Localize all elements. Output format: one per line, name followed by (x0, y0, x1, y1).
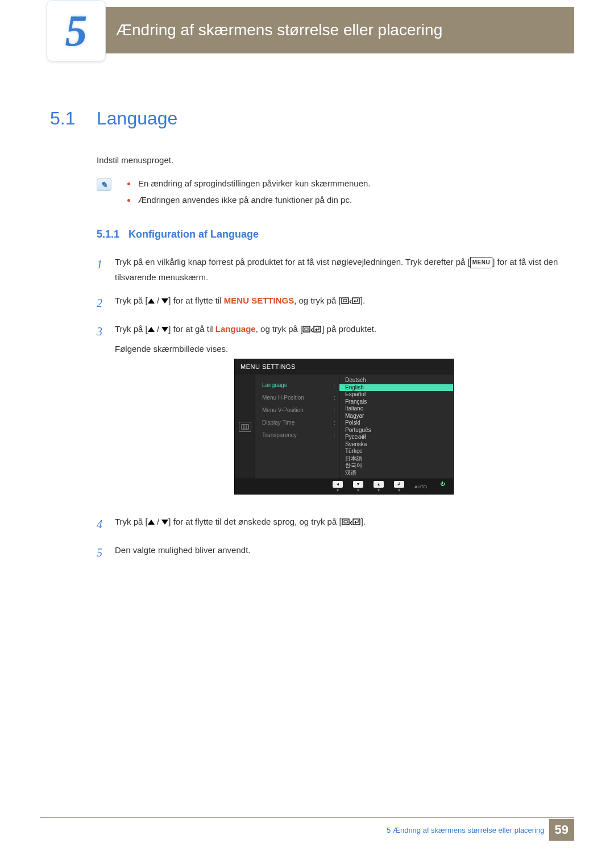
step-text: Følgende skærmbillede vises. (115, 341, 573, 356)
up-icon (148, 327, 155, 332)
step-text: ] på produktet. (322, 324, 376, 334)
footer-text: 5 Ændring af skærmens størrelse eller pl… (387, 826, 544, 834)
step-3: 3 Tryk på [ / ] for at gå til Language, … (97, 321, 573, 506)
footer-rule (40, 817, 574, 818)
osd-back-icon: ◂▾ (333, 481, 343, 493)
step-text: Tryk på en vilkårlig knap forrest på pro… (115, 257, 470, 267)
step-text: , og tryk på [ (294, 296, 341, 305)
note-item: Ændringen anvendes ikke på andre funktio… (127, 195, 573, 205)
enter-return-icon (342, 517, 361, 526)
menu-target: Language (215, 324, 256, 334)
osd-menu-item: Language: (262, 379, 335, 392)
osd-screenshot: MENU SETTINGS Language: Menu H-Position:… (234, 359, 454, 495)
osd-language-item: Français (339, 398, 453, 406)
step-text: , og tryk på [ (256, 324, 303, 334)
section-heading: 5.1 Language (50, 108, 573, 129)
section-intro: Indstil menusproget. (97, 154, 573, 167)
settings-icon (239, 422, 251, 432)
osd-title: MENU SETTINGS (235, 359, 453, 375)
step-5: 5 Den valgte mulighed bliver anvendt. (97, 542, 573, 563)
step-4: 4 Tryk på [ / ] for at flytte til det øn… (97, 514, 573, 534)
svg-rect-0 (342, 298, 349, 304)
step-text: Tryk på [ (115, 324, 148, 334)
svg-rect-3 (303, 326, 310, 332)
menu-target: MENU SETTINGS (224, 296, 294, 305)
osd-down-icon: ▾▾ (353, 481, 363, 493)
subsection-title: Konfiguration af Language (128, 229, 259, 240)
svg-rect-2 (352, 298, 359, 304)
osd-language-item: Polski (339, 420, 453, 427)
osd-footer: ◂▾ ▾▾ ▴▾ ↲▾ AUTO ⏻ (235, 479, 453, 494)
osd-menu-item: Transparency: (262, 429, 335, 442)
section-number: 5.1 (50, 108, 97, 129)
step-text: ] for at flytte til (168, 296, 224, 305)
step-number: 3 (97, 321, 115, 506)
osd-auto-label: AUTO (414, 483, 427, 491)
osd-side-icon-area (235, 375, 255, 479)
step-text: Den valgte mulighed bliver anvendt. (115, 542, 573, 563)
osd-language-item: Deutsch (339, 377, 453, 384)
svg-rect-11 (353, 519, 360, 525)
page-footer: 5 Ændring af skærmens størrelse eller pl… (387, 819, 574, 841)
step-text: ]. (360, 296, 365, 305)
step-number: 2 (97, 293, 115, 313)
step-number: 4 (97, 514, 115, 534)
osd-language-list: DeutschEnglishEspañolFrançaisItalianoMag… (339, 375, 453, 479)
step-number: 5 (97, 542, 115, 563)
note-text: En ændring af sprogindstillingen påvirke… (138, 178, 371, 188)
osd-up-icon: ▴▾ (374, 481, 384, 493)
osd-menu-item: Menu V-Position: (262, 404, 335, 417)
osd-power-icon: ⏻ (437, 481, 447, 493)
osd-menu-item: Display Time: (262, 417, 335, 429)
svg-rect-1 (343, 300, 347, 302)
note-item: En ændring af sprogindstillingen påvirke… (127, 178, 573, 188)
section-title: Language (97, 108, 177, 129)
svg-rect-10 (344, 521, 347, 523)
chapter-title: Ændring af skærmens størrelse eller plac… (116, 21, 442, 39)
step-text: Tryk på [ (115, 517, 148, 526)
step-2: 2 Tryk på [ / ] for at flytte til MENU S… (97, 293, 573, 313)
osd-enter-icon: ↲▾ (394, 481, 404, 493)
osd-language-item: Svenska (339, 441, 453, 448)
chapter-badge: 5 (47, 0, 106, 61)
menu-button-label: MENU (470, 257, 492, 268)
osd-language-item: Português (339, 427, 453, 434)
osd-language-item: Español (339, 391, 453, 398)
note-text: Ændringen anvendes ikke på andre funktio… (138, 195, 352, 205)
down-icon (161, 298, 168, 304)
step-text: Tryk på [ (115, 296, 148, 305)
osd-language-item: 汉语 (339, 470, 453, 477)
osd-language-item: 日本語 (339, 455, 453, 463)
chapter-number: 5 (65, 5, 88, 56)
subsection-number: 5.1.1 (97, 229, 128, 240)
step-text: ] for at flytte til det ønskede sprog, o… (168, 517, 341, 526)
page-number: 59 (549, 819, 574, 841)
osd-menu-list: Language: Menu H-Position: Menu V-Positi… (255, 375, 339, 479)
osd-language-item: 한국어 (339, 462, 453, 470)
chapter-header: Ændring af skærmens størrelse eller plac… (53, 7, 574, 53)
enter-return-icon (302, 324, 322, 334)
osd-language-item: Italiano (339, 405, 453, 413)
svg-rect-9 (342, 519, 349, 525)
step-number: 1 (97, 254, 115, 285)
bullet-icon (127, 199, 130, 202)
note-icon: ✎ (97, 178, 111, 191)
down-icon (161, 520, 168, 525)
up-icon (148, 520, 155, 525)
osd-language-item: Magyar (339, 413, 453, 420)
svg-rect-6 (242, 425, 248, 429)
osd-language-item: Türkçe (339, 448, 453, 455)
note-block: ✎ En ændring af sprogindstillingen påvir… (97, 178, 573, 211)
step-1: 1 Tryk på en vilkårlig knap forrest på p… (97, 254, 573, 285)
bullet-icon (127, 182, 130, 185)
osd-menu-item: Menu H-Position: (262, 392, 335, 404)
osd-language-item: Русский (339, 434, 453, 441)
svg-rect-5 (314, 326, 321, 332)
step-text: ] for at gå til (168, 324, 215, 334)
step-text: ]. (361, 517, 366, 526)
enter-return-icon (341, 296, 360, 305)
down-icon (161, 327, 168, 332)
subsection-heading: 5.1.1 Konfiguration af Language (97, 229, 573, 240)
osd-language-item: English (339, 384, 453, 392)
up-icon (148, 298, 155, 304)
